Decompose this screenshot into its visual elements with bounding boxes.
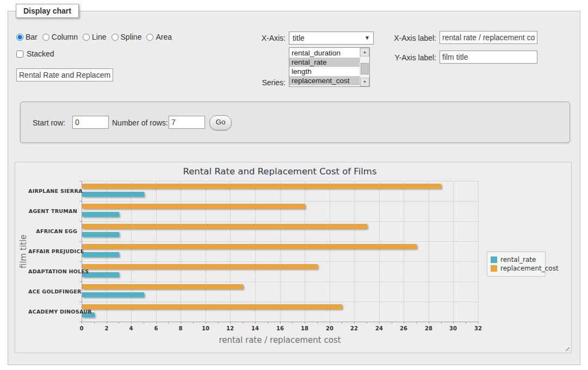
x-axis-tick-label: 18 <box>296 325 313 331</box>
chart-type-option-area[interactable]: Area <box>146 33 172 41</box>
y-axis-label-input[interactable] <box>440 51 537 64</box>
chart-type-option-line[interactable]: Line <box>83 33 106 41</box>
x-axis-tick-label: 10 <box>197 325 214 331</box>
start-row-label: Start row: <box>33 118 65 127</box>
series-option-rental_rate[interactable]: rental_rate <box>289 58 360 67</box>
category-label: ACE GOLDFINGER <box>28 289 77 294</box>
bar-replacement_cost <box>82 224 367 229</box>
chart-title-input[interactable] <box>16 68 113 81</box>
category-label: ADAPTATION HOLES <box>28 268 77 274</box>
chart-type-option-column[interactable]: Column <box>42 33 78 41</box>
bar-replacement_cost <box>82 304 342 309</box>
y-axis-label-label: Y-Axis label: <box>376 53 436 62</box>
stacked-checkbox-row[interactable]: Stacked <box>16 49 54 58</box>
x-axis-tick <box>107 322 107 324</box>
bar-rental_rate <box>82 192 144 197</box>
x-axis-tick-label: 14 <box>247 325 263 331</box>
resize-handle-icon[interactable] <box>564 345 570 351</box>
y-axis-tick <box>79 241 82 242</box>
x-axis-tick <box>168 322 169 324</box>
grid-line-vertical <box>354 181 355 322</box>
bar-rental_rate <box>82 292 144 297</box>
chart-title: Rental Rate and Replacement Cost of Film… <box>82 166 478 177</box>
chart-type-radio-line[interactable] <box>83 34 90 41</box>
stacked-checkbox[interactable] <box>16 51 23 58</box>
x-axis-tick <box>478 322 479 324</box>
series-option-length[interactable]: length <box>289 67 360 76</box>
chart-type-radio-label: Column <box>52 33 78 41</box>
series-option-rental_duration[interactable]: rental_duration <box>289 48 360 58</box>
x-axis-tick-label: 2 <box>98 325 115 331</box>
grid-line-vertical <box>478 181 479 322</box>
grid-line-vertical <box>404 181 404 322</box>
grid-line-vertical <box>156 181 157 322</box>
series-listbox[interactable]: rental_durationrental_ratelengthreplacem… <box>289 47 370 87</box>
grid-line-vertical <box>206 181 206 322</box>
x-axis-tick-label: 26 <box>395 325 412 331</box>
y-axis-tick <box>79 221 82 222</box>
start-row-input[interactable] <box>72 116 109 129</box>
chart-type-radio-label: Spline <box>121 33 142 41</box>
x-axis-label-label: X-Axis label: <box>376 34 436 42</box>
grid-line-vertical <box>131 181 132 322</box>
x-axis-tick <box>379 322 380 324</box>
chart-container: Rental Rate and Replacement Cost of Film… <box>15 162 572 353</box>
legend-label: replacement_cost <box>500 265 559 272</box>
chart-type-radio-label: Area <box>156 33 172 41</box>
scrollbar-thumb[interactable] <box>361 63 369 74</box>
legend-item-rental_rate[interactable]: rental_rate <box>491 256 542 264</box>
grid-line-horizontal <box>82 302 478 302</box>
x-axis-tick-label: 16 <box>272 325 288 331</box>
category-label: AFFAIR PREJUDICE <box>28 248 77 254</box>
x-axis-title: rental rate / replacement cost <box>82 335 478 345</box>
x-axis-tick <box>280 322 281 324</box>
grid-line-horizontal <box>82 201 478 202</box>
x-axis-tick <box>317 322 318 324</box>
number-of-rows-input[interactable] <box>169 116 205 129</box>
go-button[interactable]: Go <box>209 115 232 130</box>
legend-label: rental_rate <box>500 256 536 264</box>
chart-type-radio-bar[interactable] <box>16 34 23 41</box>
x-axis-tick <box>453 322 454 324</box>
x-axis-tick-label: 30 <box>445 325 461 331</box>
display-chart-fieldset: Display chart BarColumnLineSplineArea St… <box>8 11 580 365</box>
chart-type-radio-area[interactable] <box>146 34 153 41</box>
grid-line-vertical <box>379 181 380 322</box>
bar-rental_rate <box>82 232 119 237</box>
chart-type-radio-column[interactable] <box>42 34 49 41</box>
bar-replacement_cost <box>82 184 441 189</box>
x-axis-tick <box>119 322 119 324</box>
x-axis-select[interactable]: title ▼ <box>289 32 374 45</box>
grid-line-horizontal <box>82 181 478 181</box>
x-axis-tick <box>82 322 82 324</box>
grid-line-horizontal <box>82 241 478 242</box>
y-axis-title: film title <box>18 181 29 322</box>
x-axis-label-input[interactable] <box>440 31 537 44</box>
x-axis-tick <box>144 322 144 324</box>
chart-legend: rental_ratereplacement_cost <box>487 252 546 277</box>
plot-area <box>82 181 478 322</box>
number-of-rows-label: Number of rows: <box>112 118 168 127</box>
series-options: rental_durationrental_ratelengthreplacem… <box>289 48 360 85</box>
x-axis-tick <box>156 322 157 324</box>
bar-replacement_cost <box>82 264 318 269</box>
legend-swatch-icon <box>491 265 497 272</box>
scroll-up-icon[interactable]: ▲ <box>360 48 369 57</box>
chart-type-radio-group: BarColumnLineSplineArea <box>16 33 177 41</box>
listbox-scrollbar[interactable]: ▲ ▼ <box>360 48 369 86</box>
chart-type-option-bar[interactable]: Bar <box>16 33 38 41</box>
x-axis-tick <box>441 322 442 324</box>
scroll-down-icon[interactable]: ▼ <box>360 78 369 86</box>
x-axis-tick <box>181 322 181 324</box>
x-axis-tick-label: 12 <box>222 325 238 331</box>
category-label: ACADEMY DINOSAUR <box>28 309 77 315</box>
x-axis-tick <box>131 322 132 324</box>
legend-item-replacement_cost[interactable]: replacement_cost <box>491 265 542 272</box>
y-axis-tick <box>79 201 82 202</box>
series-option-replacement_cost[interactable]: replacement_cost <box>289 76 360 85</box>
x-axis-tick <box>429 322 429 324</box>
chart-type-option-spline[interactable]: Spline <box>112 33 142 41</box>
chart-type-radio-spline[interactable] <box>112 34 119 41</box>
x-axis-tick <box>404 322 404 324</box>
x-axis-tick <box>243 322 243 324</box>
